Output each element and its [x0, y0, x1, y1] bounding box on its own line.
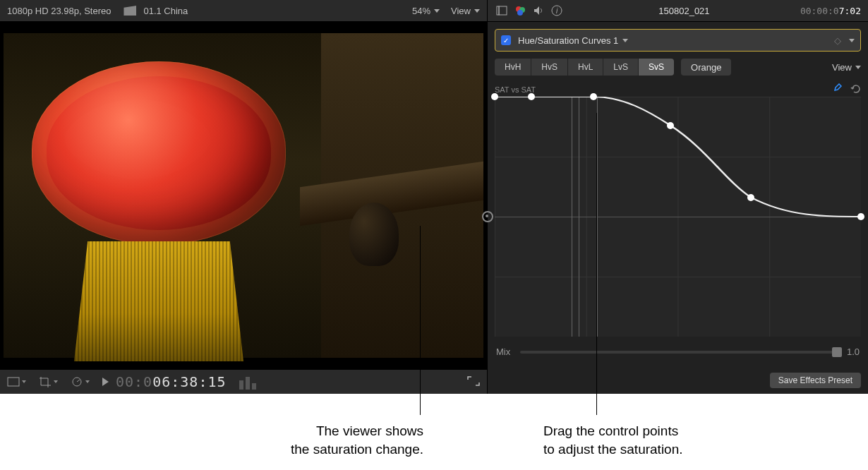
tab-hvs[interactable]: HvS [531, 59, 568, 76]
inspector-pane: i 150802_021 00:00:07:02 ✓ Hue/Saturatio… [487, 0, 868, 394]
zoom-dropdown[interactable]: 54% [412, 6, 440, 16]
viewer-canvas[interactable] [0, 22, 487, 369]
color-inspector-icon[interactable] [513, 4, 527, 18]
tab-svs[interactable]: SvS [639, 59, 674, 76]
inspector-clip-title: 150802_021 [568, 6, 800, 16]
tab-hvl[interactable]: HvL [568, 59, 603, 76]
chevron-down-icon [85, 380, 90, 383]
curve-title: SAT vs SAT [495, 85, 536, 94]
view-label: View [451, 6, 471, 16]
curve-grid[interactable] [495, 97, 861, 337]
crop-tool[interactable] [39, 376, 58, 387]
mix-slider[interactable] [520, 351, 837, 354]
control-point[interactable] [667, 122, 674, 129]
chevron-down-icon [54, 380, 58, 383]
curve-editor: SAT vs SAT [495, 83, 861, 337]
effect-name-dropdown[interactable]: Hue/Saturation Curves 1 [518, 35, 628, 46]
color-sample-dropdown[interactable]: Orange [681, 59, 731, 76]
callouts: The viewer shows the saturation change. … [0, 394, 868, 470]
chevron-down-icon [434, 9, 440, 13]
mix-label: Mix [496, 347, 510, 357]
callout-left: The viewer shows the saturation change. [261, 422, 423, 458]
retime-tool[interactable] [71, 376, 90, 387]
zoom-value: 54% [412, 6, 430, 16]
viewer-timecode[interactable]: 00:006:38:15 [116, 373, 227, 390]
midpoint-marker-icon [482, 211, 493, 222]
chevron-down-icon[interactable] [849, 39, 855, 42]
svg-rect-3 [497, 6, 499, 15]
tab-lvs[interactable]: LvS [603, 59, 639, 76]
svg-text:i: i [556, 7, 558, 15]
chevron-down-icon [474, 9, 480, 13]
play-button[interactable] [102, 378, 109, 386]
control-point[interactable] [528, 93, 535, 100]
control-point[interactable] [747, 194, 754, 201]
control-point[interactable] [857, 213, 864, 220]
reset-curve-icon[interactable] [850, 83, 861, 96]
save-effects-preset-button[interactable]: Save Effects Preset [770, 373, 861, 388]
effect-enable-checkbox[interactable]: ✓ [501, 35, 511, 45]
curve-view-dropdown[interactable]: View [832, 62, 861, 73]
keyframe-icon[interactable]: ◇ [834, 35, 841, 46]
viewer-pane: 1080p HD 23.98p, Stereo 01.1 China 54% V… [0, 0, 487, 394]
curve-tabs: HvH HvS HvL LvS SvS [495, 59, 674, 76]
audio-inspector-icon[interactable] [531, 4, 545, 18]
audio-meter-icon[interactable] [239, 374, 256, 390]
info-inspector-icon[interactable]: i [550, 4, 564, 18]
svg-rect-0 [8, 378, 19, 386]
clip-name[interactable]: 01.1 China [143, 6, 188, 16]
preview-image [4, 33, 483, 358]
inspector-topbar: i 150802_021 00:00:07:02 [488, 0, 868, 22]
transform-tool[interactable] [7, 377, 26, 387]
clapperboard-icon[interactable] [123, 6, 136, 16]
effect-header-row[interactable]: ✓ Hue/Saturation Curves 1 ◇ [495, 29, 861, 52]
format-label: 1080p HD 23.98p, Stereo [7, 6, 111, 16]
video-inspector-icon[interactable] [495, 4, 509, 18]
viewer-view-dropdown[interactable]: View [451, 6, 480, 16]
inspector-timecode: 00:00:07:02 [800, 6, 861, 16]
viewer-bottom-bar: 00:006:38:15 [0, 369, 487, 394]
callout-right: Drag the control points to adjust the sa… [543, 422, 683, 458]
tab-hvh[interactable]: HvH [495, 59, 531, 76]
viewer-topbar: 1080p HD 23.98p, Stereo 01.1 China 54% V… [0, 0, 487, 22]
fullscreen-icon[interactable] [467, 376, 480, 388]
control-point[interactable] [590, 93, 597, 100]
chevron-down-icon [622, 39, 628, 42]
control-point[interactable] [491, 93, 498, 100]
chevron-down-icon [855, 66, 861, 69]
svg-point-6 [517, 10, 523, 16]
eyedropper-icon[interactable] [831, 83, 843, 96]
chevron-down-icon [22, 380, 26, 383]
mix-row: Mix 1.0 [496, 347, 860, 357]
svg-rect-2 [499, 6, 507, 15]
curve-tab-row: HvH HvS HvL LvS SvS Orange View [495, 59, 861, 76]
mix-value[interactable]: 1.0 [847, 347, 860, 357]
